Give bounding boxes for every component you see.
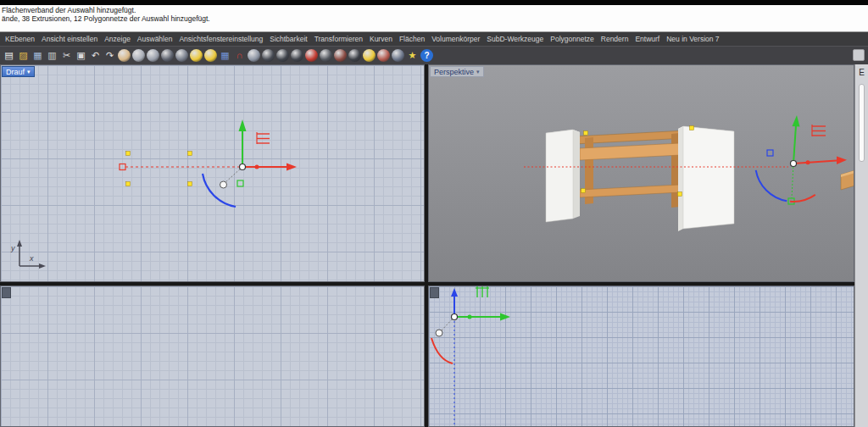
lamp-icon[interactable] [190, 49, 203, 62]
menu-item[interactable]: Transformieren [311, 32, 366, 46]
viewport-right[interactable] [428, 286, 854, 427]
viewport-tab-front[interactable] [2, 287, 11, 298]
toolbar-tab-bar: KEbenenAnsicht einstellenAnzeigeAuswähle… [0, 32, 868, 46]
main-toolbar: ▤▨▦▥✂▣↶↷▦∩★? [0, 46, 868, 64]
gumball-menu-icon[interactable] [257, 132, 270, 144]
gumball-anchor-handle[interactable] [120, 164, 125, 170]
menu-item[interactable]: Volumenkörper [428, 32, 483, 46]
viewport-tab-top[interactable]: Drauf [2, 66, 35, 77]
grid-array-icon[interactable]: ▦ [219, 49, 231, 62]
cut-icon[interactable]: ✂ [60, 49, 73, 62]
viewport-top-canvas[interactable]: y x [1, 65, 425, 282]
axis-label-x: x [29, 254, 34, 263]
gumball-rotate-handle[interactable] [431, 338, 453, 363]
menu-item[interactable]: Flächen [396, 32, 428, 46]
save-icon[interactable]: ▦ [31, 49, 44, 62]
gumball-menu-icon[interactable] [812, 125, 826, 136]
control-points[interactable] [126, 152, 192, 186]
history-line-1: Flächenverband der Auswahl hinzugefügt. [2, 6, 868, 14]
help-icon[interactable]: ? [420, 49, 433, 62]
viewport-tab-label: Perspektive [434, 68, 474, 76]
redo-icon[interactable]: ↷ [103, 49, 116, 62]
sphere-red-icon[interactable] [305, 49, 318, 62]
panel-scrollbar[interactable] [859, 84, 865, 162]
checker-ball-icon[interactable] [392, 49, 404, 62]
right-panel-strip[interactable]: E [854, 64, 868, 427]
move-icon[interactable] [248, 49, 260, 62]
gumball[interactable] [120, 119, 297, 207]
command-history: Flächenverband der Auswahl hinzugefügt. … [0, 5, 868, 32]
menu-item[interactable]: Neu in Version 7 [663, 32, 722, 46]
gumball-blue-handle[interactable] [767, 150, 773, 156]
axis-hatch-icon[interactable] [476, 286, 489, 297]
menu-item[interactable]: Ansichtsfenstereinstellung [175, 32, 266, 46]
sun-icon[interactable] [363, 49, 376, 62]
gumball-origin-handle[interactable] [240, 164, 246, 170]
viewport-tab-perspective[interactable]: Perspektive [430, 66, 484, 77]
gumball-rotate-handle-blue[interactable] [756, 170, 787, 202]
new-file-icon[interactable]: ▤ [3, 49, 15, 62]
sphere-dark2-icon[interactable] [276, 49, 289, 62]
copy-icon[interactable]: ▣ [75, 49, 87, 62]
sphere-dark4-icon[interactable] [320, 49, 332, 62]
sphere-dark-icon[interactable] [262, 49, 275, 62]
table-model[interactable] [546, 126, 734, 231]
wireframe-view-icon[interactable] [175, 49, 188, 62]
gumball-rotate-handle[interactable] [203, 174, 236, 207]
rhino-window: Flächenverband der Auswahl hinzugefügt. … [0, 0, 868, 427]
menu-item[interactable]: Rendern [598, 32, 632, 46]
panel-toggle-icon[interactable] [853, 49, 865, 61]
viewport-front[interactable] [0, 286, 425, 427]
render-icon[interactable] [348, 49, 361, 62]
history-line-2: ände, 38 Extrusionen, 12 Polygonnetze de… [2, 14, 868, 23]
viewport-perspective-canvas[interactable] [429, 65, 854, 282]
print-icon[interactable]: ▥ [46, 49, 58, 62]
menu-item[interactable]: SubD-Werkzeuge [483, 32, 547, 46]
menu-item[interactable]: Polygonnetze [547, 32, 598, 46]
menu-item[interactable]: Entwurf [632, 32, 663, 46]
menu-item[interactable]: Anzeige [101, 32, 134, 46]
edge-object[interactable] [841, 170, 854, 190]
pan-hand-icon[interactable] [118, 49, 131, 62]
sphere-dark3-icon[interactable] [291, 49, 303, 62]
menu-item[interactable]: KEbenen [2, 32, 38, 46]
gumball-scale-handle[interactable] [237, 180, 243, 186]
menu-item[interactable]: Kurven [366, 32, 396, 46]
viewport-top[interactable]: y x Drauf [0, 64, 425, 282]
lamp2-icon[interactable] [204, 49, 217, 62]
magnet-icon[interactable]: ∩ [233, 49, 246, 62]
open-file-icon[interactable]: ▨ [17, 49, 30, 62]
gumball-origin-handle[interactable] [791, 161, 797, 167]
cplane-axis-icon: y x [10, 240, 46, 269]
sphere-maroon-icon[interactable] [334, 49, 347, 62]
viewport-right-canvas[interactable] [429, 286, 854, 427]
right-panel-label: E [859, 68, 865, 77]
menu-item[interactable]: Ansicht einstellen [38, 32, 101, 46]
menu-item[interactable]: Sichtbarkeit [266, 32, 310, 46]
viewport-tab-label: Drauf [6, 68, 25, 76]
gumball-origin-handle[interactable] [452, 314, 458, 320]
viewport-perspective[interactable]: Perspektive [428, 64, 854, 282]
shaded-view-icon[interactable] [161, 49, 174, 62]
zoom-extents-icon[interactable] [147, 49, 159, 62]
zoom-icon[interactable] [132, 49, 145, 62]
axis-label-y: y [10, 244, 15, 252]
viewport-tab-right[interactable] [430, 287, 439, 298]
star-icon[interactable]: ★ [406, 49, 419, 62]
material-icon[interactable] [377, 49, 390, 62]
gumball[interactable] [431, 288, 510, 427]
undo-icon[interactable]: ↶ [89, 49, 102, 62]
menu-item[interactable]: Auswählen [134, 32, 176, 46]
